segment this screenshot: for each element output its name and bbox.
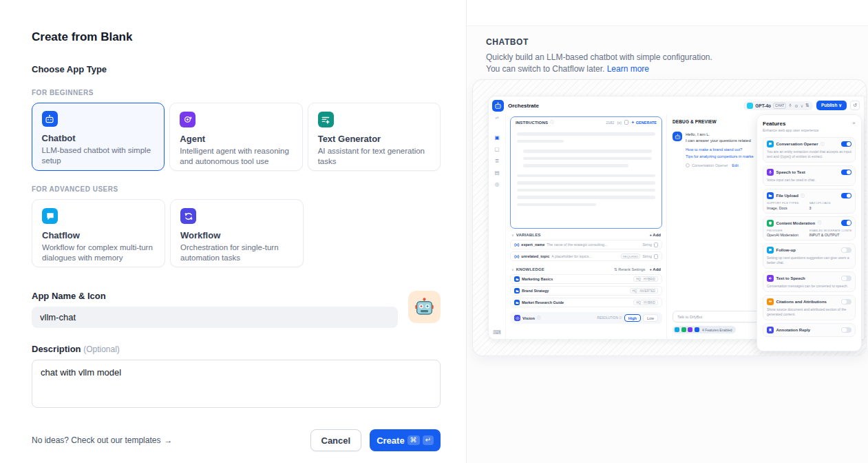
orchestrate-nav-icon: ▣ <box>494 134 499 141</box>
app-type-name: Text Generator <box>318 134 430 144</box>
app-type-name: Agent <box>180 134 292 144</box>
app-type-card-agent[interactable]: Agent Intelligent agent with reasoning a… <box>169 103 302 171</box>
cmd-key-icon: ⌘ <box>407 435 420 445</box>
variable-settings-icon <box>654 254 658 259</box>
app-name-input[interactable] <box>32 307 398 328</box>
arrow-right-icon: → <box>164 435 172 445</box>
for-advanced-users-label: FOR ADVANCED USERS <box>32 185 441 193</box>
app-type-preview-panel: CHATBOT Quickly build an LLM-based chatb… <box>466 0 868 463</box>
web-nav-icon: ◎ <box>494 181 499 187</box>
advanced-app-type-cards: Chatflow Workflow for complex multi-turn… <box>32 199 441 267</box>
rerank-settings-button: ⇅ Rerank Settings <box>614 267 645 271</box>
folder-icon <box>767 192 774 199</box>
toggle-on <box>841 193 851 199</box>
chatbot-preview-image: Orchestrate GPT-4o CHAT ⚙ ∨ ⇅ Publish ∨ … <box>472 79 867 356</box>
logs-nav-icon: ≣ <box>494 158 499 164</box>
chat-icon <box>767 247 774 254</box>
mock-model-selector: GPT-4o CHAT ⚙ ∨ ⇅ <box>743 101 813 110</box>
mock-app-avatar <box>492 100 504 112</box>
info-icon: ⓘ <box>550 120 554 125</box>
resolution-high-button: High <box>624 314 641 322</box>
close-icon: × <box>852 121 856 126</box>
vision-setting-row: Vision ⓘ RESOLUTION ⓘ High Low <box>510 312 662 324</box>
app-icon-picker[interactable] <box>408 291 441 323</box>
app-type-desc: AI assistant for text generation tasks <box>318 146 430 166</box>
mock-history-button: ↺ <box>850 101 860 110</box>
variable-row: {x} expert_name The name of the strategi… <box>510 240 662 249</box>
app-type-card-chatbot[interactable]: Chatbot LLM-based chatbot with simple se… <box>32 103 165 171</box>
feature-follow-up: Follow-up Setting up next questions sugg… <box>763 243 856 269</box>
opener-icon <box>686 163 690 167</box>
file-upload-mini-icon <box>695 327 699 332</box>
app-type-desc: LLM-based chatbot with simple setup <box>42 145 155 165</box>
swap-icon: ⇄ <box>495 115 498 121</box>
mic-icon <box>788 103 792 107</box>
create-app-modal: Create from Blank Choose App Type FOR BE… <box>0 0 466 463</box>
feature-citations: Citations and Attributions Show source d… <box>763 295 856 320</box>
agent-icon <box>180 112 195 127</box>
chat-icon <box>767 141 774 147</box>
enter-key-icon: ↵ <box>423 435 434 445</box>
optional-label: (Optional) <box>83 344 120 354</box>
mock-instructions-panel: INSTRUCTIONS ⓘ 2182 {x} GENERATE <box>510 116 662 229</box>
shield-icon <box>767 220 774 227</box>
toggle-off <box>841 327 851 333</box>
tune-icon: ⇅ <box>805 103 809 108</box>
knowledge-row: Brand Strategy HQ · INVERTED <box>510 286 662 296</box>
speaker-icon <box>767 275 774 282</box>
app-type-card-text-generator[interactable]: Text Generator AI assistant for text gen… <box>308 103 441 171</box>
mic-icon <box>767 169 774 176</box>
settings-icon: ⚙ <box>794 103 798 108</box>
info-icon: ⓘ <box>801 194 805 198</box>
toggle-on <box>841 169 851 176</box>
retrieval-badge: HQ · HYBRID <box>633 300 658 305</box>
dataset-icon <box>514 288 520 294</box>
mock-sidebar-rail: ⇄ ▣ ▢ ≣ ▤ ◎ ⌨ <box>489 114 506 339</box>
toggle-on <box>841 220 851 226</box>
dataset-icon <box>514 276 520 282</box>
add-knowledge-button: + Add <box>649 267 661 271</box>
app-type-card-workflow[interactable]: Workflow Orchestration for single-turn a… <box>170 199 304 267</box>
bot-avatar <box>673 132 682 141</box>
preview-top-strip <box>467 0 868 26</box>
description-input[interactable]: chat with vllm model <box>32 360 441 408</box>
info-icon: ⓘ <box>537 316 541 320</box>
required-badge: REQUIRED <box>621 254 641 259</box>
toggle-off <box>841 247 851 254</box>
edit-link: Edit <box>732 163 738 167</box>
knowledge-row: Market Research Guide HQ · HYBRID <box>510 298 662 307</box>
app-type-card-chatflow[interactable]: Chatflow Workflow for complex multi-turn… <box>32 199 165 267</box>
create-button[interactable]: Create ⌘ ↵ <box>370 429 441 451</box>
templates-link[interactable]: No ideas? Check out our templates → <box>32 435 172 445</box>
conversation-opener-mini-icon <box>675 327 679 332</box>
mock-chat-input: Talk to DifyBot <box>673 311 761 322</box>
mock-page-title: Orchestrate <box>508 103 539 109</box>
info-icon: ⓘ <box>821 142 825 147</box>
dataset-icon <box>514 300 520 305</box>
info-icon: ⓘ <box>818 220 822 225</box>
app-type-name: Workflow <box>180 230 293 240</box>
feature-speech-to-text: Speech to Text Voice input can be used i… <box>763 165 856 186</box>
learn-more-link[interactable]: Learn more <box>607 64 649 74</box>
toggle-off <box>841 299 851 305</box>
bookmark-icon <box>767 327 774 333</box>
resolution-low-button: Low <box>643 314 658 322</box>
mock-features-panel: Features × Enhance web app user experien… <box>756 114 862 351</box>
gallery-nav-icon: ▢ <box>494 146 499 152</box>
preview-heading: CHATBOT <box>486 37 849 47</box>
chatflow-icon <box>42 208 58 224</box>
keyboard-icon: ⌨ <box>493 329 501 336</box>
choose-app-type-label: Choose App Type <box>32 64 441 74</box>
mock-config-column: INSTRUCTIONS ⓘ 2182 {x} GENERATE <box>506 114 666 339</box>
app-name-label: App Name & Icon <box>32 291 441 301</box>
for-beginners-label: FOR BEGINNERS <box>32 89 441 96</box>
mock-publish-button: Publish ∨ <box>816 101 847 110</box>
feature-content-moderation: Content Moderation ⓘ PROVIDEROpenAI Mode… <box>763 216 856 241</box>
chevron-down-icon: ∨ <box>801 103 803 108</box>
cancel-button[interactable]: Cancel <box>310 429 362 451</box>
description-label: Description (Optional) <box>32 344 441 354</box>
feature-text-to-speech: Text to Speech Conversation messages can… <box>763 271 856 292</box>
preview-description: Quickly build an LLM-based chatbot with … <box>486 52 728 76</box>
chevron-down-icon: ∨ <box>511 267 514 271</box>
notes-nav-icon: ▤ <box>494 169 499 176</box>
